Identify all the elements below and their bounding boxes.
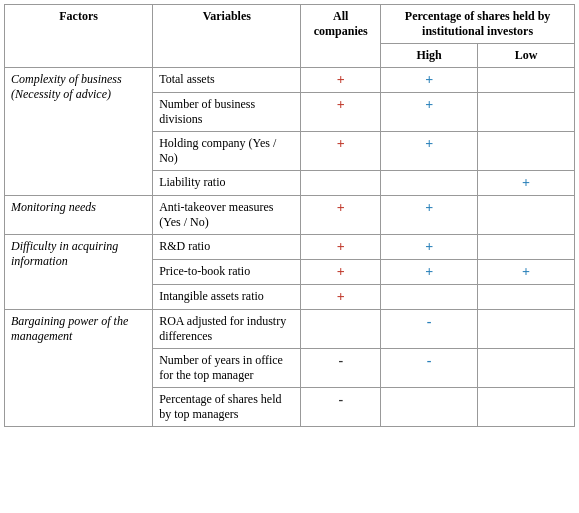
low-cell <box>478 68 575 93</box>
variable-cell: Intangible assets ratio <box>153 285 301 310</box>
high-cell <box>381 285 478 310</box>
low-cell <box>478 235 575 260</box>
variable-cell: Liability ratio <box>153 171 301 196</box>
plus-blue-icon: + <box>425 264 433 279</box>
minus-black-icon: - <box>338 392 343 407</box>
plus-blue-icon: + <box>425 136 433 151</box>
plus-blue-icon: + <box>425 239 433 254</box>
factor-cell: Monitoring needs <box>5 196 153 235</box>
high-cell <box>381 388 478 427</box>
low-cell: + <box>478 171 575 196</box>
plus-red-icon: + <box>337 136 345 151</box>
low-cell <box>478 388 575 427</box>
all-companies-cell: + <box>301 93 381 132</box>
plus-blue-icon: + <box>425 72 433 87</box>
high-cell: + <box>381 235 478 260</box>
table-row: Monitoring needsAnti-takeover measures (… <box>5 196 575 235</box>
low-cell <box>478 196 575 235</box>
low-cell: + <box>478 260 575 285</box>
header-pct-shares: Percentage of shares held by institution… <box>381 5 575 44</box>
low-cell <box>478 132 575 171</box>
minus-blue-icon: - <box>427 353 432 368</box>
variable-cell: Anti-takeover measures (Yes / No) <box>153 196 301 235</box>
variable-cell: R&D ratio <box>153 235 301 260</box>
header-factors: Factors <box>5 5 153 68</box>
variable-cell: Percentage of shares held by top manager… <box>153 388 301 427</box>
factor-cell: Complexity of business (Necessity of adv… <box>5 68 153 196</box>
plus-red-icon: + <box>337 239 345 254</box>
low-cell <box>478 349 575 388</box>
plus-blue-icon: + <box>425 97 433 112</box>
header-high: High <box>381 44 478 68</box>
plus-red-icon: + <box>337 200 345 215</box>
low-cell <box>478 285 575 310</box>
low-cell <box>478 93 575 132</box>
plus-red-icon: + <box>337 72 345 87</box>
header-variables: Variables <box>153 5 301 68</box>
header-all-companies: All companies <box>301 5 381 68</box>
high-cell: - <box>381 310 478 349</box>
high-cell: + <box>381 93 478 132</box>
factor-cell: Bargaining power of the management <box>5 310 153 427</box>
minus-blue-icon: - <box>427 314 432 329</box>
variable-cell: Holding company (Yes / No) <box>153 132 301 171</box>
table-row: Difficulty in acquiring informationR&D r… <box>5 235 575 260</box>
high-cell: + <box>381 132 478 171</box>
high-cell: + <box>381 68 478 93</box>
all-companies-cell: + <box>301 285 381 310</box>
high-cell: + <box>381 260 478 285</box>
all-companies-cell: - <box>301 349 381 388</box>
plus-blue-low-icon: + <box>522 175 530 190</box>
variable-cell: Price-to-book ratio <box>153 260 301 285</box>
main-table: Factors Variables All companies Percenta… <box>4 4 575 427</box>
high-cell: + <box>381 196 478 235</box>
table-body: Complexity of business (Necessity of adv… <box>5 68 575 427</box>
all-companies-cell: - <box>301 388 381 427</box>
variable-cell: Number of business divisions <box>153 93 301 132</box>
factor-cell: Difficulty in acquiring information <box>5 235 153 310</box>
plus-red-icon: + <box>337 97 345 112</box>
high-cell <box>381 171 478 196</box>
all-companies-cell <box>301 310 381 349</box>
table-container: Factors Variables All companies Percenta… <box>0 0 579 431</box>
header-low: Low <box>478 44 575 68</box>
table-row: Bargaining power of the managementROA ad… <box>5 310 575 349</box>
plus-blue-low-icon: + <box>522 264 530 279</box>
variable-cell: ROA adjusted for industry differences <box>153 310 301 349</box>
variable-cell: Number of years in office for the top ma… <box>153 349 301 388</box>
all-companies-cell: + <box>301 196 381 235</box>
minus-black-icon: - <box>338 353 343 368</box>
plus-blue-icon: + <box>425 200 433 215</box>
all-companies-cell: + <box>301 132 381 171</box>
variable-cell: Total assets <box>153 68 301 93</box>
plus-red-icon: + <box>337 264 345 279</box>
table-row: Complexity of business (Necessity of adv… <box>5 68 575 93</box>
all-companies-cell: + <box>301 235 381 260</box>
all-companies-cell <box>301 171 381 196</box>
plus-red-icon: + <box>337 289 345 304</box>
header-row-1: Factors Variables All companies Percenta… <box>5 5 575 44</box>
all-companies-cell: + <box>301 260 381 285</box>
low-cell <box>478 310 575 349</box>
all-companies-cell: + <box>301 68 381 93</box>
high-cell: - <box>381 349 478 388</box>
